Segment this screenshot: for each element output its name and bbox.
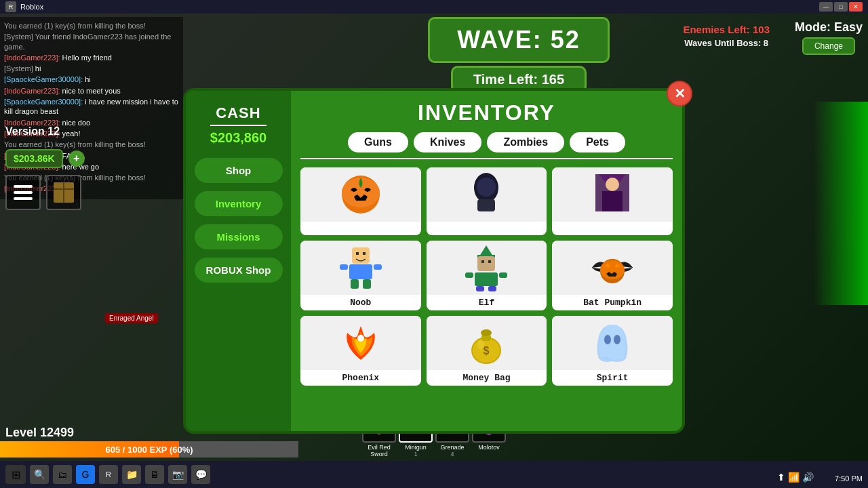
cash-badge: $203.86K: [5, 149, 63, 168]
shop-button[interactable]: Shop: [195, 158, 283, 183]
svg-rect-27: [465, 272, 473, 278]
minimize-button[interactable]: —: [819, 2, 833, 12]
item-card-money-bag[interactable]: $ Money Bag: [427, 316, 547, 386]
svg-rect-11: [602, 191, 623, 211]
item-card-spirit[interactable]: Spirit: [552, 316, 673, 386]
modal-cash-amount: $203,860: [210, 130, 267, 146]
svg-rect-28: [499, 272, 507, 278]
item-card-shadow[interactable]: [427, 167, 547, 235]
chat-line: [System] Your friend IndoGamer223 has jo…: [4, 32, 179, 52]
modal-right-panel: INVENTORY Guns Knives Zombies Pets: [291, 91, 682, 431]
system-clock: 7:50 PM: [835, 474, 863, 483]
mode-box: Mode: Easy Change: [795, 20, 863, 55]
item-name-bat-pumpkin: Bat Pumpkin: [580, 295, 644, 310]
svg-rect-15: [363, 252, 366, 255]
title-bar-controls: — □ ✕: [819, 2, 863, 12]
item-name-spirit: Spirit: [594, 370, 631, 386]
item-name-phoenix: Phoenix: [340, 370, 382, 386]
cash-plus-button[interactable]: +: [68, 150, 85, 167]
green-decoration: [814, 102, 868, 305]
item-card-bat-pumpkin[interactable]: Bat Pumpkin: [552, 241, 673, 310]
enemies-left: Enemies Left: 103: [683, 24, 770, 35]
item-card-pumpkin[interactable]: [300, 167, 421, 235]
svg-point-39: [481, 329, 492, 336]
hotbar-num-grenade: 4: [450, 451, 454, 458]
item-name-vampire: [610, 222, 615, 227]
taskbar-icon-7[interactable]: 💬: [191, 465, 210, 484]
chat-line: [IndoGamer223]: nice to meet yous: [4, 86, 179, 96]
robux-shop-button[interactable]: ROBUX Shop: [195, 258, 283, 283]
tray-icon-1: ⬆: [777, 472, 785, 483]
start-button[interactable]: ⊞: [5, 465, 26, 484]
toolbar-icon-inventory[interactable]: [46, 175, 81, 210]
item-image-pumpkin: [300, 167, 421, 222]
taskbar-icon-2[interactable]: 🗂: [53, 465, 72, 484]
inventory-title: INVENTORY: [300, 100, 673, 125]
svg-rect-26: [475, 272, 498, 286]
taskbar-icon-6[interactable]: 📷: [168, 465, 187, 484]
taskbar: ⊞ 🔍 🗂 G R 📁 🖥 📷 💬: [0, 461, 868, 488]
exp-bar: 605 / 1000 EXP (60%): [0, 441, 298, 458]
tab-knives[interactable]: Knives: [414, 132, 481, 152]
svg-rect-19: [351, 279, 359, 289]
item-card-elf[interactable]: Elf: [427, 241, 547, 310]
enemy-label: Enraged Angel: [105, 313, 158, 323]
chat-line: You earned (1) key(s) from killing the b…: [4, 140, 179, 149]
hotbar-label-sword: Evil RedSword: [368, 444, 391, 458]
item-image-elf: [427, 241, 547, 295]
taskbar-icon-5[interactable]: 🖥: [145, 465, 164, 484]
clock-time: 7:50 PM: [835, 474, 863, 483]
cash-display: $203.86K +: [5, 149, 85, 168]
tab-pets[interactable]: Pets: [570, 132, 625, 152]
inventory-button[interactable]: Inventory: [195, 191, 283, 216]
missions-button[interactable]: Missions: [195, 224, 283, 249]
title-bar-left: R Roblox: [5, 1, 43, 12]
chat-line: [IndoGamer223]: Hello my friend: [4, 53, 179, 62]
svg-rect-25: [488, 260, 491, 263]
item-name-pumpkin: [358, 222, 363, 227]
toolbar-icon-menu[interactable]: [5, 175, 41, 210]
svg-rect-24: [481, 260, 484, 263]
svg-text:$: $: [484, 345, 490, 357]
item-card-phoenix[interactable]: Phoenix: [300, 316, 421, 386]
modal-close-button[interactable]: ✕: [667, 81, 692, 106]
item-image-spirit: [552, 316, 673, 370]
chat-area: You earned (1) key(s) from killing the b…: [0, 17, 183, 199]
hotbar-label-minigun: Minigun: [405, 444, 427, 451]
item-image-phoenix: [300, 316, 421, 370]
svg-rect-20: [363, 279, 371, 289]
tab-zombies[interactable]: Zombies: [487, 132, 564, 152]
svg-rect-1: [14, 191, 33, 194]
svg-rect-17: [340, 264, 348, 270]
chat-line: You earned (1) key(s) from killing the b…: [4, 21, 179, 30]
svg-rect-0: [14, 185, 33, 188]
item-name-noob: Noob: [347, 295, 374, 310]
tab-guns[interactable]: Guns: [348, 132, 408, 152]
modal-cash-title: CASH: [210, 104, 267, 126]
taskbar-icon-1[interactable]: 🔍: [30, 465, 49, 484]
enemies-info: Enemies Left: 103 Waves Until Boss: 8: [683, 24, 770, 48]
chat-line: [System] hi: [4, 64, 179, 73]
cash-section: CASH $203,860: [210, 104, 267, 146]
items-grid: Noob: [300, 167, 673, 386]
taskbar-icon-roblox[interactable]: R: [99, 465, 118, 484]
hotbar-label-grenade: Grenade: [440, 444, 464, 451]
item-image-vampire: [552, 167, 673, 222]
item-name-shadow: [484, 222, 489, 227]
system-tray: ⬆ 📶 🔊: [777, 472, 814, 483]
wave-box: WAVE: 52: [428, 17, 609, 63]
item-card-noob[interactable]: Noob: [300, 241, 421, 310]
close-button[interactable]: ✕: [849, 2, 863, 12]
mode-label: Mode: Easy: [795, 20, 863, 35]
svg-point-41: [477, 340, 484, 350]
taskbar-icon-4[interactable]: 📁: [122, 465, 141, 484]
tabs-row: Guns Knives Zombies Pets: [300, 132, 673, 159]
mode-change-button[interactable]: Change: [802, 37, 855, 55]
title-bar-label: Roblox: [20, 3, 43, 11]
hotbar-num-minigun: 1: [414, 451, 417, 458]
taskbar-icon-chrome[interactable]: G: [76, 465, 95, 484]
svg-rect-29: [476, 286, 484, 291]
item-card-vampire[interactable]: [552, 167, 673, 235]
wave-number: 52: [551, 26, 580, 54]
maximize-button[interactable]: □: [834, 2, 848, 12]
